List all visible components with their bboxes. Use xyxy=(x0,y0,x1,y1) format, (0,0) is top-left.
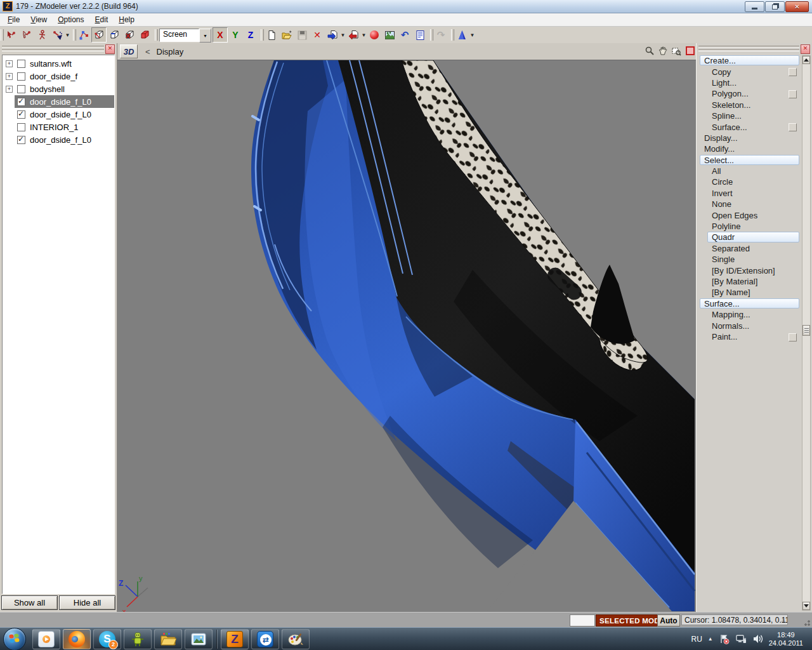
tray-clock[interactable]: 18:49 24.04.2011 xyxy=(769,631,803,647)
command-item[interactable]: Paint... xyxy=(698,331,801,342)
command-item[interactable]: Spline... xyxy=(698,110,801,121)
chevron-down-icon[interactable]: ▼ xyxy=(199,29,211,43)
chevron-down-icon[interactable]: ▼ xyxy=(65,32,70,38)
new-file-button[interactable] xyxy=(264,27,279,43)
command-item[interactable]: Surface... xyxy=(698,121,801,132)
show-hidden-icons-button[interactable]: ▲ xyxy=(708,636,713,642)
undo-button[interactable]: ↶ xyxy=(397,27,412,43)
material-editor-button[interactable] xyxy=(367,27,382,43)
tree-item[interactable]: + INTERIOR_1 xyxy=(3,121,114,133)
bone-select-button[interactable] xyxy=(4,27,19,43)
scrollbar-thumb[interactable] xyxy=(802,325,810,336)
menu-item[interactable]: Edit xyxy=(90,13,114,26)
visibility-checkbox[interactable] xyxy=(17,85,25,93)
command-item[interactable]: Skeleton... xyxy=(698,100,801,110)
chevron-down-icon[interactable]: ▼ xyxy=(469,32,475,38)
command-option-box[interactable] xyxy=(789,68,797,76)
command-option-box[interactable] xyxy=(789,90,797,98)
command-item[interactable]: Normals... xyxy=(698,320,801,331)
tree-item[interactable]: + bodyshell xyxy=(3,83,114,95)
tree-item[interactable]: + sultanrs.wft xyxy=(3,57,114,70)
network-icon[interactable] xyxy=(735,633,747,644)
menu-item[interactable]: View xyxy=(25,13,53,26)
close-button[interactable]: ✕ xyxy=(785,1,809,12)
command-item[interactable]: All xyxy=(698,166,801,176)
command-item[interactable]: Single xyxy=(698,254,801,265)
save-file-button[interactable] xyxy=(294,27,310,43)
skeleton-button[interactable] xyxy=(34,27,49,43)
action-center-flag-icon[interactable] xyxy=(719,633,730,644)
taskbar-image-viewer-button[interactable] xyxy=(185,629,213,649)
texture-browser-button[interactable] xyxy=(382,27,397,43)
panel-drag-handle[interactable]: ✕ xyxy=(0,43,117,54)
command-item[interactable]: Mapping... xyxy=(698,309,801,320)
visibility-checkbox[interactable] xyxy=(17,98,25,106)
taskbar-firefox-button[interactable] xyxy=(63,629,91,649)
command-item[interactable]: Polyline xyxy=(698,221,801,232)
pan-tool-button[interactable] xyxy=(657,45,669,56)
cube-solid-mode-button[interactable] xyxy=(137,27,152,43)
tree-item[interactable]: + door_dside_f_L0 xyxy=(3,108,114,121)
close-icon[interactable]: ✕ xyxy=(801,44,810,54)
command-item[interactable]: Circle xyxy=(698,176,801,187)
chevron-down-icon[interactable]: ▼ xyxy=(361,32,367,38)
command-item[interactable]: Modify... xyxy=(698,143,801,154)
scroll-down-button[interactable] xyxy=(802,602,810,610)
command-item[interactable]: Display... xyxy=(698,133,801,143)
menu-item[interactable]: Help xyxy=(114,13,140,26)
tree-item[interactable]: + door_dside_f_L0 xyxy=(3,133,114,146)
menu-item[interactable]: Options xyxy=(53,13,89,26)
visibility-checkbox[interactable] xyxy=(17,72,25,81)
expand-toggle-icon[interactable]: + xyxy=(6,73,13,80)
render-button[interactable] xyxy=(454,27,469,43)
vertices-mode-button[interactable] xyxy=(76,27,91,43)
scroll-up-button[interactable] xyxy=(802,56,810,64)
command-item[interactable]: Create... xyxy=(698,55,801,66)
command-item[interactable]: Polygon... xyxy=(698,88,801,99)
expand-toggle-icon[interactable]: + xyxy=(6,86,13,93)
menu-item[interactable]: File xyxy=(3,13,25,26)
zoom-tool-button[interactable] xyxy=(644,45,655,56)
taskbar-skype-button[interactable]: S2 xyxy=(93,629,121,649)
taskbar-paint-button[interactable] xyxy=(282,629,310,649)
export-button[interactable] xyxy=(346,27,361,43)
close-icon[interactable]: ✕ xyxy=(105,44,115,54)
visibility-checkbox[interactable] xyxy=(17,123,25,131)
taskbar-teamviewer-button[interactable] xyxy=(251,629,279,649)
command-item[interactable]: [By ID/Extension] xyxy=(698,265,801,275)
resize-grip[interactable] xyxy=(802,618,811,627)
minimize-button[interactable] xyxy=(745,1,764,12)
cube-object-mode-button[interactable] xyxy=(91,27,107,43)
bone-move-button[interactable] xyxy=(19,27,34,43)
visibility-checkbox[interactable] xyxy=(17,110,25,119)
cube-face-mode-button[interactable] xyxy=(122,27,137,43)
panel-drag-handle[interactable]: ✕ xyxy=(697,43,812,54)
volume-icon[interactable] xyxy=(752,633,763,644)
chevron-down-icon[interactable]: ▼ xyxy=(340,32,346,38)
show-all-button[interactable]: Show all xyxy=(1,595,58,610)
delete-button[interactable]: ✕ xyxy=(310,27,325,43)
restore-button[interactable] xyxy=(765,1,785,12)
axis-x-button[interactable]: X xyxy=(213,27,228,43)
tree-item[interactable]: + door_dside_f_L0 xyxy=(3,95,114,108)
command-item[interactable]: [By Name] xyxy=(698,287,801,298)
taskbar-media-player-button[interactable] xyxy=(32,629,60,649)
command-item[interactable]: [By Material] xyxy=(698,276,801,287)
viewport-view-label[interactable]: Display xyxy=(157,47,184,56)
commands-scrollbar[interactable] xyxy=(802,55,811,611)
command-item[interactable]: Select... xyxy=(698,155,801,166)
title-bar[interactable]: Z 179 - ZModeler ver 2.2.2 (Build 964) ✕ xyxy=(0,0,812,13)
expand-toggle-icon[interactable]: + xyxy=(6,60,13,67)
viewport-mode-button[interactable]: 3D xyxy=(120,44,138,58)
viewport-back-arrow[interactable]: < xyxy=(145,47,150,56)
visibility-checkbox[interactable] xyxy=(17,60,25,68)
command-option-box[interactable] xyxy=(789,333,797,342)
cube-edge-mode-button[interactable] xyxy=(107,27,122,43)
zoom-region-tool-button[interactable] xyxy=(671,45,682,56)
language-indicator[interactable]: RU xyxy=(691,635,702,644)
command-item[interactable]: Light... xyxy=(698,77,801,88)
axis-y-button[interactable]: Y xyxy=(228,27,243,43)
log-view-button[interactable] xyxy=(412,27,428,43)
taskbar-qip-button[interactable] xyxy=(124,629,152,649)
import-button[interactable] xyxy=(325,27,340,43)
